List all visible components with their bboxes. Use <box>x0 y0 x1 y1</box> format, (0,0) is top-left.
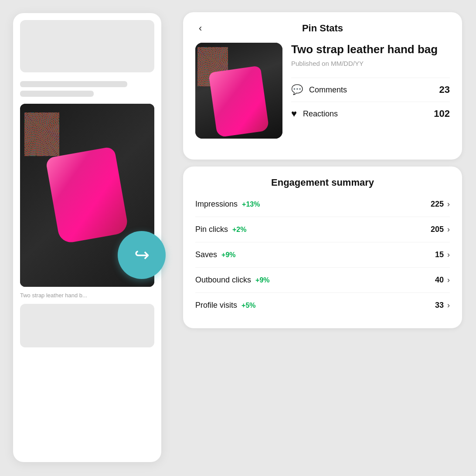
impressions-row[interactable]: Impressions +13% 225 › <box>195 192 450 217</box>
pin-clicks-chevron: › <box>447 225 450 234</box>
bg-card-caption: Two strap leather hand b... <box>20 292 154 299</box>
reactions-label: Reactions <box>303 109 434 119</box>
main-panel: ‹ Pin Stats Two strap leather hand bag P… <box>183 12 462 470</box>
pin-name: Two strap leather hand bag <box>291 43 450 56</box>
bg-text-2 <box>20 91 94 97</box>
impressions-chevron: › <box>447 200 450 209</box>
engagement-title: Engagement summary <box>195 177 450 188</box>
bg-text-1 <box>20 81 127 87</box>
card-title: Pin Stats <box>302 23 343 34</box>
pin-clicks-row[interactable]: Pin clicks +2% 205 › <box>195 217 450 242</box>
impressions-change: +13% <box>242 201 260 208</box>
profile-visits-label: Profile visits <box>195 301 237 310</box>
share-icon: ↪ <box>134 246 150 264</box>
comment-icon: 💬 <box>291 84 303 95</box>
back-button[interactable]: ‹ <box>195 21 205 36</box>
pin-clicks-label: Pin clicks <box>195 225 228 234</box>
impressions-value: 225 <box>431 200 444 209</box>
saves-value: 15 <box>435 250 444 259</box>
outbound-clicks-change: +9% <box>255 276 269 284</box>
bg-placeholder <box>20 20 154 72</box>
pin-date: Published on MM/DD/YY <box>291 60 450 67</box>
share-button[interactable]: ↪ <box>118 231 166 279</box>
profile-visits-chevron: › <box>447 301 450 310</box>
outbound-clicks-value: 40 <box>435 275 444 285</box>
engagement-card: Engagement summary Impressions +13% 225 … <box>183 167 462 328</box>
pin-image <box>195 43 282 139</box>
saves-row[interactable]: Saves +9% 15 › <box>195 242 450 268</box>
outbound-clicks-chevron: › <box>447 275 450 285</box>
pin-content: Two strap leather hand bag Published on … <box>195 43 450 139</box>
pin-info: Two strap leather hand bag Published on … <box>291 43 450 139</box>
card-header: ‹ Pin Stats <box>195 23 450 34</box>
heart-icon: ♥ <box>291 108 297 119</box>
pin-stats-card: ‹ Pin Stats Two strap leather hand bag P… <box>183 12 462 160</box>
pin-clicks-change: +2% <box>232 226 246 234</box>
profile-visits-change: +5% <box>241 302 255 309</box>
bg-placeholder-2 <box>20 304 154 347</box>
handbag-image <box>208 65 269 137</box>
saves-label: Saves <box>195 250 217 259</box>
comments-label: Comments <box>309 85 439 95</box>
saves-change: +9% <box>221 251 235 259</box>
comments-value: 23 <box>439 84 450 95</box>
saves-chevron: › <box>447 250 450 259</box>
outbound-clicks-label: Outbound clicks <box>195 275 251 285</box>
impressions-label: Impressions <box>195 200 238 209</box>
comments-row: 💬 Comments 23 <box>291 78 450 102</box>
profile-visits-value: 33 <box>435 301 444 310</box>
outbound-clicks-row[interactable]: Outbound clicks +9% 40 › <box>195 268 450 293</box>
pin-clicks-value: 205 <box>431 225 444 234</box>
reactions-row: ♥ Reactions 102 <box>291 102 450 126</box>
profile-visits-row[interactable]: Profile visits +5% 33 › <box>195 293 450 318</box>
reactions-value: 102 <box>434 108 450 119</box>
